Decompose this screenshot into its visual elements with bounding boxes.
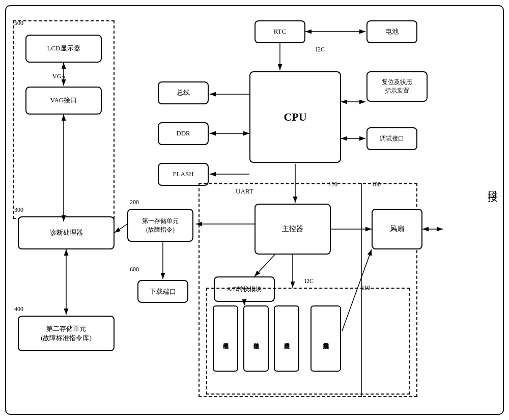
storage2-label: 第二存储单元 (故障标准指令库)	[41, 324, 92, 343]
diag-label: 诊断处理器	[50, 228, 83, 237]
storage1-label: 第一存储单元 (故障指令)	[142, 217, 179, 234]
bus-label: 总线	[177, 88, 190, 97]
label-110: 110	[361, 284, 371, 292]
reset-block: 复位及状态 指示装置	[366, 71, 428, 102]
battery-block: 电池	[366, 20, 417, 43]
vga-label: VGA	[52, 73, 66, 80]
cpu-block: CPU	[249, 71, 341, 163]
download-block: 下载端口	[137, 280, 188, 303]
cpu-label: CPU	[284, 109, 306, 125]
sensor-fan: 风扇状态检测传感器	[310, 305, 341, 372]
rtc-block: RTC	[254, 20, 305, 43]
i2c-label-1: I2C	[316, 46, 325, 53]
diagram: 500 LCD显示器 VGA VAG接口 300 诊断处理器 400 第二存储单…	[5, 5, 504, 415]
label-600: 600	[130, 266, 139, 273]
bus-block: 总线	[158, 81, 209, 104]
storage2-block: 第二存储单元 (故障标准指令库)	[18, 316, 115, 351]
lcd-label: LCD显示器	[47, 44, 80, 53]
label-300: 300	[14, 206, 23, 214]
debug-block: 调试接口	[366, 127, 417, 150]
uart-label: UART	[236, 187, 253, 195]
ddr-block: DDR	[158, 122, 209, 145]
reset-label: 复位及状态 指示装置	[382, 78, 412, 95]
battery-label: 电池	[385, 27, 399, 36]
flash-label: FLASH	[173, 170, 193, 179]
master-label: 主控器	[282, 224, 303, 234]
sensor-voltage: 电压传感器	[213, 305, 238, 372]
i2c-label-2: I2C	[304, 277, 314, 285]
lcd-block: LCD显示器	[25, 35, 102, 63]
diag-block: 诊断处理器	[18, 216, 115, 249]
flash-block: FLASH	[158, 163, 209, 186]
vag-block: VAG接口	[25, 87, 102, 115]
fan-block: 风扇	[372, 209, 422, 249]
label-400: 400	[14, 305, 23, 313]
vag-label: VAG接口	[50, 96, 77, 105]
download-label: 下载端口	[150, 287, 176, 296]
fan-label: 风扇	[390, 225, 404, 234]
label-500: 500	[14, 19, 23, 27]
master-block: 主控器	[254, 204, 331, 255]
label-120: 120	[328, 181, 337, 188]
rtc-label: RTC	[274, 27, 287, 36]
ddr-label: DDR	[176, 129, 190, 138]
label-100: 100	[372, 181, 381, 188]
storage1-block: 第一存储单元 (故障指令)	[127, 209, 193, 242]
sensor-current: 电流传感器	[243, 305, 269, 372]
sensor-temp: 温度传感器	[274, 305, 299, 372]
debug-label: 调试接口	[380, 134, 404, 143]
label-200: 200	[130, 199, 139, 206]
